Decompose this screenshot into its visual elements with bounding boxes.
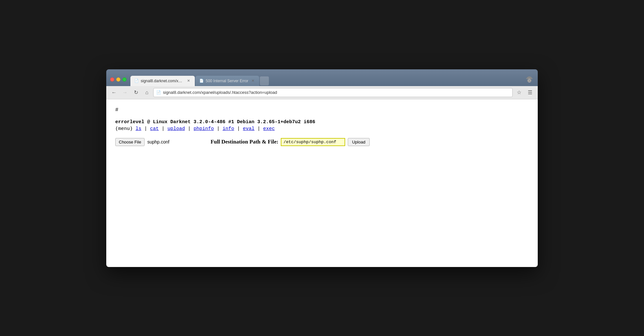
tab-title-2: 500 Internal Server Error (206, 79, 248, 83)
address-bar[interactable]: 📄 (153, 88, 513, 97)
destination-input[interactable] (281, 138, 345, 146)
sep1: | (144, 126, 150, 132)
server-info: errorlevel @ Linux Darknet 3.2.0-4-486 #… (115, 119, 529, 125)
tab-close-2[interactable]: ✕ (250, 78, 255, 84)
nav-link-phpinfo[interactable]: phpinfo (194, 126, 214, 132)
toolbar: ← → ↻ ⌂ 📄 ☆ ☰ (106, 86, 538, 99)
destination-label: Full Destination Path & File: (211, 139, 279, 145)
nav-link-info[interactable]: info (223, 126, 234, 132)
tab-active[interactable]: 📄 signal8.darknet.com/xpane ✕ (130, 76, 195, 86)
home-button[interactable]: ⌂ (142, 88, 151, 97)
sep5: | (237, 126, 243, 132)
title-bar: 📄 signal8.darknet.com/xpane ✕ 📄 500 Inte… (106, 69, 538, 86)
address-bar-icon: 📄 (156, 90, 161, 95)
browser-window: 📄 signal8.darknet.com/xpane ✕ 📄 500 Inte… (106, 69, 538, 267)
choose-file-button[interactable]: Choose File (115, 138, 145, 146)
menu-button[interactable]: ☰ (526, 88, 535, 97)
sep4: | (217, 126, 223, 132)
sep6: | (257, 126, 263, 132)
upload-form: Choose File suphp.conf Full Destination … (115, 138, 529, 146)
nav-link-eval[interactable]: eval (243, 126, 254, 132)
reload-button[interactable]: ↻ (131, 88, 140, 97)
back-button[interactable]: ← (109, 88, 118, 97)
forward-button[interactable]: → (120, 88, 129, 97)
upload-button[interactable]: Upload (348, 138, 369, 146)
menu-prefix: (menu) (115, 126, 133, 132)
tab-error[interactable]: 📄 500 Internal Server Error ✕ (195, 76, 259, 86)
nav-link-ls[interactable]: ls (136, 126, 141, 132)
address-input[interactable] (163, 90, 510, 95)
tab-close-1[interactable]: ✕ (186, 78, 191, 84)
nav-link-cat[interactable]: cat (150, 126, 159, 132)
hash-symbol: # (115, 107, 529, 113)
tab-title-1: signal8.darknet.com/xpane (141, 79, 184, 83)
tab-icon-1: 📄 (134, 79, 139, 83)
nav-links: (menu) ls | cat | upload | phpinfo | inf… (115, 126, 529, 132)
maximize-button[interactable] (122, 77, 127, 82)
bookmark-button[interactable]: ☆ (515, 88, 524, 97)
nav-link-exec[interactable]: exec (263, 126, 275, 132)
minimize-button[interactable] (116, 77, 120, 82)
traffic-lights (110, 77, 129, 86)
tabs-container: 📄 signal8.darknet.com/xpane ✕ 📄 500 Inte… (130, 76, 524, 86)
tab-icon-2: 📄 (199, 79, 204, 83)
nav-link-upload[interactable]: upload (167, 126, 185, 132)
page-content: # errorlevel @ Linux Darknet 3.2.0-4-486… (106, 99, 538, 267)
sep2: | (162, 126, 167, 132)
new-tab-button[interactable] (260, 76, 269, 85)
close-button[interactable] (110, 77, 114, 82)
file-name-display: suphp.conf (147, 139, 169, 144)
sep3: | (188, 126, 194, 132)
browser-profile-icon (525, 75, 534, 84)
